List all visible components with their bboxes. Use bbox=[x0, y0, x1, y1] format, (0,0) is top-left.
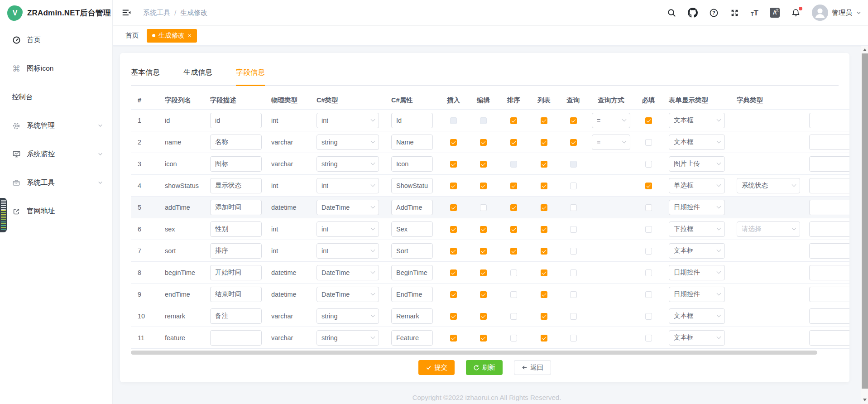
sidebar-item[interactable]: 系统工具 bbox=[0, 168, 112, 197]
cs-prop-input[interactable] bbox=[391, 330, 433, 346]
search-icon[interactable] bbox=[667, 8, 676, 18]
query-checkbox[interactable] bbox=[570, 117, 577, 124]
tab-inactive[interactable]: 基本信息 bbox=[131, 68, 160, 85]
field-desc-input[interactable] bbox=[210, 221, 262, 237]
query-mode-select[interactable]: = bbox=[592, 113, 630, 128]
translate-icon[interactable]: A文 bbox=[770, 8, 780, 18]
query-checkbox[interactable] bbox=[570, 161, 577, 168]
sort-checkbox[interactable] bbox=[510, 335, 517, 341]
cs-type-select[interactable]: string bbox=[317, 156, 379, 172]
required-checkbox[interactable] bbox=[645, 269, 652, 276]
horizontal-scrollbar-thumb[interactable] bbox=[131, 351, 817, 355]
form-type-select[interactable]: 日期控件 bbox=[669, 265, 725, 280]
sort-checkbox[interactable] bbox=[510, 226, 517, 233]
cs-prop-input[interactable] bbox=[391, 113, 433, 128]
font-size-icon[interactable]: TT bbox=[751, 9, 758, 17]
help-icon[interactable]: ? bbox=[709, 8, 719, 18]
sidebar-item[interactable]: 官网地址 bbox=[0, 197, 112, 226]
cs-type-select[interactable]: string bbox=[317, 135, 379, 150]
extra-input[interactable] bbox=[809, 265, 849, 280]
sort-checkbox[interactable] bbox=[510, 117, 517, 124]
list-checkbox[interactable] bbox=[541, 226, 547, 233]
cs-prop-input[interactable] bbox=[391, 200, 433, 215]
sort-checkbox[interactable] bbox=[510, 291, 517, 298]
cs-prop-input[interactable] bbox=[391, 156, 433, 172]
insert-checkbox[interactable] bbox=[450, 183, 457, 189]
cs-type-select[interactable]: string bbox=[317, 308, 379, 324]
extra-input[interactable] bbox=[809, 330, 849, 346]
insert-checkbox[interactable] bbox=[450, 161, 457, 168]
tab-active[interactable]: 字段信息 bbox=[236, 68, 265, 86]
dock-widget[interactable] bbox=[0, 198, 7, 232]
sort-checkbox[interactable] bbox=[510, 139, 517, 146]
edit-checkbox[interactable] bbox=[480, 313, 487, 320]
cs-prop-input[interactable] bbox=[391, 287, 433, 302]
cs-type-select[interactable]: int bbox=[317, 243, 379, 259]
sort-checkbox[interactable] bbox=[510, 161, 517, 168]
query-checkbox[interactable] bbox=[570, 226, 577, 233]
edit-checkbox[interactable] bbox=[480, 269, 487, 276]
field-desc-input[interactable] bbox=[210, 135, 262, 150]
field-desc-input[interactable] bbox=[210, 200, 262, 215]
query-checkbox[interactable] bbox=[570, 269, 577, 276]
cs-prop-input[interactable] bbox=[391, 243, 433, 259]
edit-checkbox[interactable] bbox=[480, 335, 487, 341]
form-type-select[interactable]: 图片上传 bbox=[669, 156, 725, 172]
tab-inactive[interactable]: 生成信息 bbox=[183, 68, 212, 85]
field-desc-input[interactable] bbox=[210, 178, 262, 193]
form-type-select[interactable]: 日期控件 bbox=[669, 287, 725, 302]
required-checkbox[interactable] bbox=[645, 248, 652, 255]
cs-type-select[interactable]: DateTime bbox=[317, 287, 379, 302]
query-checkbox[interactable] bbox=[570, 335, 577, 341]
sidebar-item[interactable]: 首页 bbox=[0, 26, 112, 54]
field-desc-input[interactable] bbox=[210, 156, 262, 172]
edit-checkbox[interactable] bbox=[480, 226, 487, 233]
required-checkbox[interactable] bbox=[645, 313, 652, 320]
field-desc-input[interactable] bbox=[210, 243, 262, 259]
github-icon[interactable] bbox=[688, 8, 698, 18]
sidebar-item[interactable]: 控制台 bbox=[0, 83, 112, 111]
insert-checkbox[interactable] bbox=[450, 117, 457, 124]
list-checkbox[interactable] bbox=[541, 161, 547, 168]
form-type-select[interactable]: 文本框 bbox=[669, 113, 725, 128]
list-checkbox[interactable] bbox=[541, 139, 547, 146]
required-checkbox[interactable] bbox=[645, 204, 652, 211]
cs-type-select[interactable]: DateTime bbox=[317, 265, 379, 280]
list-checkbox[interactable] bbox=[541, 248, 547, 255]
sort-checkbox[interactable] bbox=[510, 313, 517, 320]
list-checkbox[interactable] bbox=[541, 183, 547, 189]
sidebar-collapse-icon[interactable] bbox=[122, 8, 131, 18]
required-checkbox[interactable] bbox=[645, 291, 652, 298]
app-logo[interactable]: V ZRAdmin.NET后台管理 bbox=[0, 0, 112, 26]
extra-input[interactable] bbox=[809, 221, 849, 237]
required-checkbox[interactable] bbox=[645, 139, 652, 146]
cs-type-select[interactable]: int bbox=[317, 221, 379, 237]
cs-prop-input[interactable] bbox=[391, 265, 433, 280]
insert-checkbox[interactable] bbox=[450, 139, 457, 146]
extra-input[interactable] bbox=[809, 243, 849, 259]
edit-checkbox[interactable] bbox=[480, 183, 487, 189]
field-desc-input[interactable] bbox=[210, 308, 262, 324]
list-checkbox[interactable] bbox=[541, 313, 547, 320]
extra-input[interactable] bbox=[809, 287, 849, 302]
form-type-select[interactable]: 文本框 bbox=[669, 308, 725, 324]
form-type-select[interactable]: 单选框 bbox=[669, 178, 725, 193]
extra-input[interactable] bbox=[809, 156, 849, 172]
query-checkbox[interactable] bbox=[570, 291, 577, 298]
query-checkbox[interactable] bbox=[570, 313, 577, 320]
form-type-select[interactable]: 日期控件 bbox=[669, 200, 725, 215]
user-menu[interactable]: 管理员 bbox=[812, 5, 862, 21]
sort-checkbox[interactable] bbox=[510, 183, 517, 189]
list-checkbox[interactable] bbox=[541, 335, 547, 341]
refresh-button[interactable]: 刷新 bbox=[466, 360, 503, 375]
edit-checkbox[interactable] bbox=[480, 248, 487, 255]
field-desc-input[interactable] bbox=[210, 265, 262, 280]
dict-type-select[interactable]: 请选择 bbox=[737, 221, 800, 237]
extra-input[interactable] bbox=[809, 200, 849, 215]
required-checkbox[interactable] bbox=[645, 117, 652, 124]
list-checkbox[interactable] bbox=[541, 269, 547, 276]
query-checkbox[interactable] bbox=[570, 139, 577, 146]
fullscreen-icon[interactable] bbox=[730, 8, 739, 18]
required-checkbox[interactable] bbox=[645, 226, 652, 233]
field-desc-input[interactable] bbox=[210, 113, 262, 128]
